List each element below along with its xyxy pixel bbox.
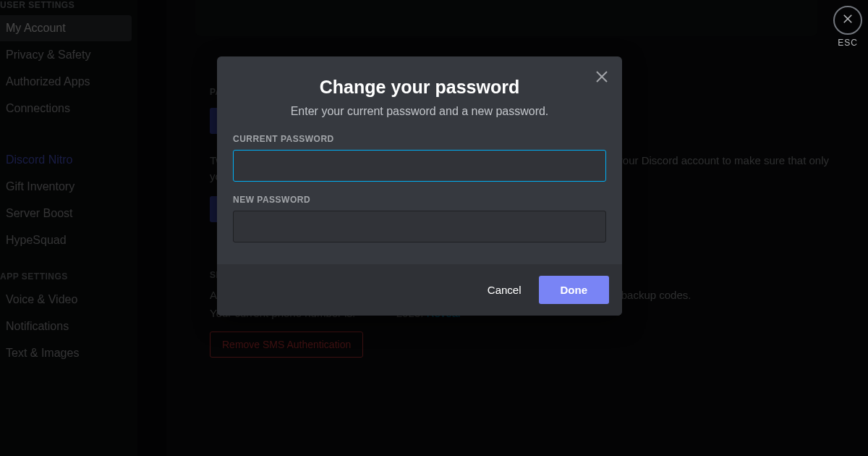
modal-footer: Cancel Done <box>217 264 622 316</box>
cancel-button[interactable]: Cancel <box>488 284 522 296</box>
esc-label: ESC <box>832 38 864 48</box>
current-password-input[interactable] <box>233 150 606 182</box>
close-icon <box>593 75 610 88</box>
current-password-field: CURRENT PASSWORD <box>233 134 606 182</box>
close-settings-button[interactable] <box>833 6 862 35</box>
modal-title: Change your password <box>231 77 608 98</box>
new-password-field: NEW PASSWORD <box>233 195 606 242</box>
change-password-modal: Change your password Enter your current … <box>217 56 622 316</box>
close-icon <box>841 12 854 28</box>
modal-close-button[interactable] <box>593 68 610 85</box>
modal-subtitle: Enter your current password and a new pa… <box>231 105 608 118</box>
new-password-input[interactable] <box>233 211 606 242</box>
current-password-label: CURRENT PASSWORD <box>233 134 606 144</box>
done-button[interactable]: Done <box>539 276 610 304</box>
new-password-label: NEW PASSWORD <box>233 195 606 205</box>
esc-close: ESC <box>832 6 864 48</box>
